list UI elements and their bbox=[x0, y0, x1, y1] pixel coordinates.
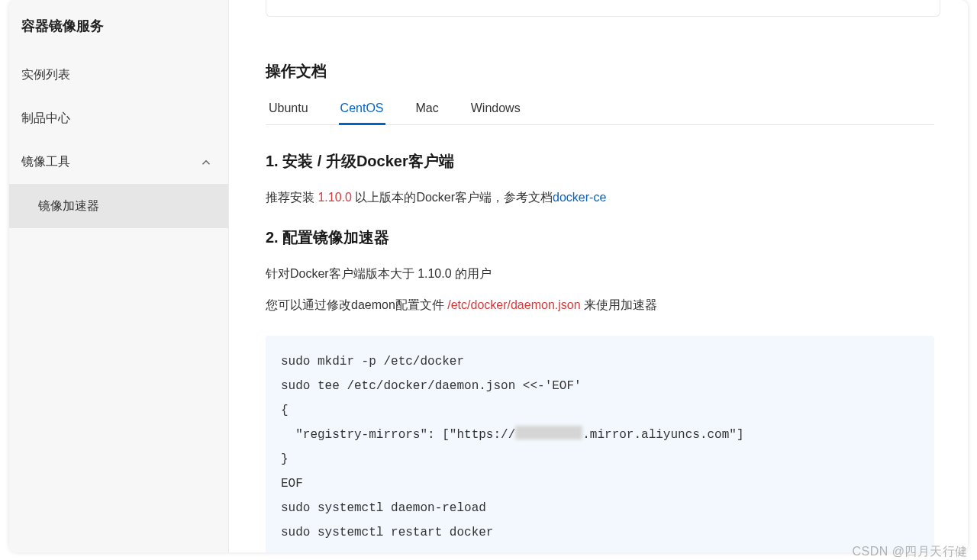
top-empty-box bbox=[266, 0, 940, 17]
link-docker-ce[interactable]: docker-ce bbox=[553, 191, 606, 204]
watermark: CSDN @四月天行健 bbox=[852, 544, 968, 560]
sidebar-subitem-label: 镜像加速器 bbox=[38, 198, 99, 214]
para-install: 推荐安装 1.10.0 以上版本的Docker客户端，参考文档docker-ce bbox=[266, 187, 934, 208]
sidebar-item-label: 实例列表 bbox=[21, 67, 70, 83]
tab-mac[interactable]: Mac bbox=[416, 95, 439, 124]
sidebar-title: 容器镜像服务 bbox=[9, 0, 228, 53]
daemon-json-path: /etc/docker/daemon.json bbox=[447, 298, 580, 311]
tabs: Ubuntu CentOS Mac Windows bbox=[266, 95, 934, 125]
sidebar-item-label: 镜像工具 bbox=[21, 154, 70, 170]
version-text: 1.10.0 bbox=[318, 191, 351, 204]
para-version-req: 针对Docker客户端版本大于 1.10.0 的用户 bbox=[266, 263, 934, 284]
para-daemon-path: 您可以通过修改daemon配置文件 /etc/docker/daemon.jso… bbox=[266, 294, 934, 315]
tab-windows[interactable]: Windows bbox=[471, 95, 521, 124]
tab-ubuntu[interactable]: Ubuntu bbox=[269, 95, 308, 124]
content-area: 操作文档 Ubuntu CentOS Mac Windows 1. 安装 / 升… bbox=[229, 0, 968, 552]
code-block: sudo mkdir -p /etc/docker sudo tee /etc/… bbox=[266, 336, 934, 552]
sidebar: 容器镜像服务 实例列表 制品中心 镜像工具 镜像加速器 bbox=[9, 0, 229, 552]
chevron-up-icon bbox=[199, 156, 213, 169]
sidebar-item-instances[interactable]: 实例列表 bbox=[9, 53, 228, 97]
section-title: 操作文档 bbox=[266, 61, 934, 82]
tab-centos[interactable]: CentOS bbox=[340, 95, 384, 124]
sidebar-item-label: 制品中心 bbox=[21, 111, 70, 127]
app-panel: 容器镜像服务 实例列表 制品中心 镜像工具 镜像加速器 操作 bbox=[9, 0, 968, 552]
sidebar-subitem-mirror-accel[interactable]: 镜像加速器 bbox=[9, 184, 228, 228]
redacted-mirror-id bbox=[515, 426, 582, 439]
heading-install: 1. 安装 / 升级Docker客户端 bbox=[266, 151, 934, 172]
heading-config: 2. 配置镜像加速器 bbox=[266, 227, 934, 248]
sidebar-item-artifacts[interactable]: 制品中心 bbox=[9, 97, 228, 140]
sidebar-item-image-tools[interactable]: 镜像工具 bbox=[9, 140, 228, 184]
